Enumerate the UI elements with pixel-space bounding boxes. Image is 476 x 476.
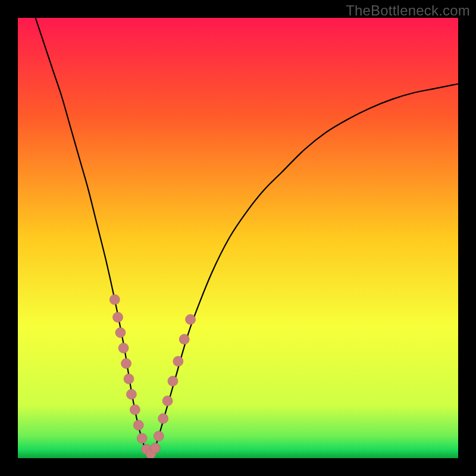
marker-point bbox=[186, 314, 196, 324]
marker-group bbox=[109, 295, 195, 458]
marker-point bbox=[121, 358, 131, 368]
marker-point bbox=[137, 433, 147, 443]
marker-point bbox=[118, 343, 129, 353]
marker-point bbox=[150, 443, 160, 453]
bottleneck-curve bbox=[36, 18, 458, 456]
plot-area bbox=[18, 18, 458, 458]
watermark-text: TheBottleneck.com bbox=[346, 2, 470, 19]
marker-point bbox=[126, 389, 136, 399]
chart-svg bbox=[18, 18, 458, 458]
marker-point bbox=[109, 295, 120, 305]
marker-point bbox=[133, 420, 143, 430]
marker-point bbox=[124, 374, 134, 384]
marker-point bbox=[162, 396, 173, 406]
marker-point bbox=[154, 431, 164, 441]
outer-frame: TheBottleneck.com bbox=[0, 0, 476, 476]
marker-point bbox=[130, 405, 140, 415]
marker-point bbox=[173, 356, 183, 367]
marker-point bbox=[158, 414, 168, 424]
marker-point bbox=[112, 312, 123, 322]
marker-point bbox=[168, 376, 178, 386]
marker-point bbox=[179, 334, 189, 345]
marker-point bbox=[115, 328, 126, 338]
